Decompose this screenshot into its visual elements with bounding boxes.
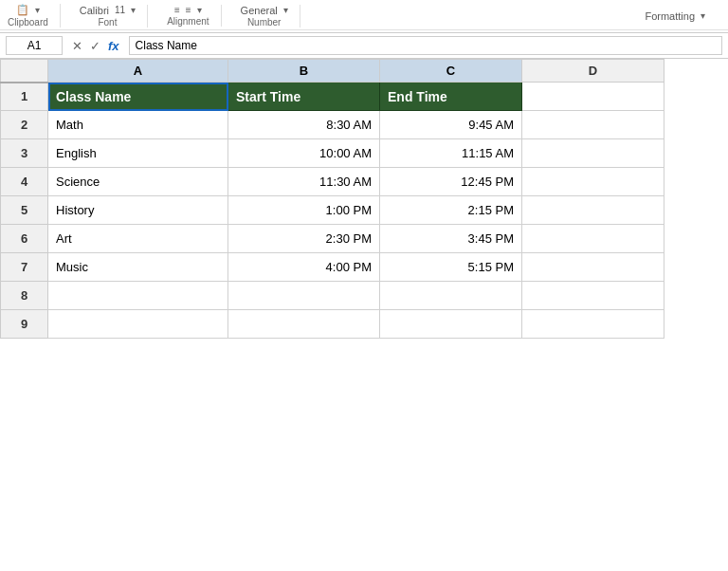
row-header-3[interactable]: 3 <box>1 139 48 168</box>
font-name[interactable]: Calibri <box>80 5 109 16</box>
number-content: General ▾ <box>241 5 288 16</box>
cell-B8[interactable] <box>228 282 380 310</box>
cell-D7[interactable] <box>522 253 664 282</box>
toolbar-area: 📋 ▾ Clipboard Calibri 11 ▾ Font ≡ ≡ ▾ Al… <box>0 0 728 33</box>
cell-D2[interactable] <box>522 111 664 139</box>
cell-A6[interactable]: Art <box>48 225 228 253</box>
cell-B2[interactable]: 8:30 AM <box>228 111 380 139</box>
row-header-2[interactable]: 2 <box>1 111 48 139</box>
number-label: Number <box>247 17 282 28</box>
table-row: 3 English 10:00 AM 11:15 AM <box>1 139 664 168</box>
cell-A4[interactable]: Science <box>48 168 228 196</box>
cell-A9[interactable] <box>48 310 228 339</box>
formula-input[interactable] <box>129 36 722 55</box>
spreadsheet-table: A B C D 1 Class Name Start Time End Time… <box>0 59 664 339</box>
cell-B6[interactable]: 2:30 PM <box>228 225 380 253</box>
cell-B5[interactable]: 1:00 PM <box>228 196 380 225</box>
cell-A3[interactable]: English <box>48 139 228 168</box>
clipboard-group: 📋 ▾ Clipboard <box>8 4 61 28</box>
table-row: 1 Class Name Start Time End Time <box>1 83 664 111</box>
cell-D3[interactable] <box>522 139 664 168</box>
col-header-A[interactable]: A <box>48 60 228 83</box>
align-left-icon[interactable]: ≡ <box>174 5 180 15</box>
cell-A1[interactable]: Class Name <box>48 83 228 111</box>
spreadsheet-container: A B C D 1 Class Name Start Time End Time… <box>0 59 728 339</box>
alignment-expand[interactable]: ▾ <box>197 5 202 15</box>
cell-A8[interactable] <box>48 282 228 310</box>
clipboard-icon: 📋 <box>16 4 29 16</box>
table-row: 7 Music 4:00 PM 5:15 PM <box>1 253 664 282</box>
clipboard-label: Clipboard <box>8 17 48 28</box>
column-header-row: A B C D <box>1 60 664 83</box>
row-header-1[interactable]: 1 <box>1 83 48 111</box>
font-group: Calibri 11 ▾ Font <box>80 5 148 28</box>
formatting-group: Formatting ▾ <box>645 10 717 22</box>
cell-B1[interactable]: Start Time <box>228 83 380 111</box>
row-header-8[interactable]: 8 <box>1 282 48 310</box>
formula-icons: ✕ ✓ fx <box>66 39 125 53</box>
alignment-label: Alignment <box>167 16 209 27</box>
cell-B4[interactable]: 11:30 AM <box>228 168 380 196</box>
cell-C8[interactable] <box>380 282 522 310</box>
cell-D6[interactable] <box>522 225 664 253</box>
table-row: 9 <box>1 310 664 339</box>
table-row: 4 Science 11:30 AM 12:45 PM <box>1 168 664 196</box>
align-center-icon[interactable]: ≡ <box>186 5 191 15</box>
table-row: 5 History 1:00 PM 2:15 PM <box>1 196 664 225</box>
col-header-D[interactable]: D <box>522 60 664 83</box>
font-content: Calibri 11 ▾ <box>80 5 136 16</box>
toolbar-row: 📋 ▾ Clipboard Calibri 11 ▾ Font ≡ ≡ ▾ Al… <box>0 2 728 30</box>
clipboard-expand[interactable]: ▾ <box>35 5 40 15</box>
table-row: 8 <box>1 282 664 310</box>
fx-icon[interactable]: fx <box>106 39 121 53</box>
font-size[interactable]: 11 <box>115 5 125 15</box>
table-row: 2 Math 8:30 AM 9:45 AM <box>1 111 664 139</box>
number-format[interactable]: General <box>241 5 278 16</box>
row-header-9[interactable]: 9 <box>1 310 48 339</box>
cell-C9[interactable] <box>380 310 522 339</box>
cell-reference-input[interactable] <box>6 36 63 55</box>
col-header-C[interactable]: C <box>380 60 522 83</box>
table-row: 6 Art 2:30 PM 3:45 PM <box>1 225 664 253</box>
cell-D8[interactable] <box>522 282 664 310</box>
formatting-label-text: Formatting <box>645 10 695 22</box>
cell-B9[interactable] <box>228 310 380 339</box>
alignment-group: ≡ ≡ ▾ Alignment <box>167 5 221 27</box>
alignment-content: ≡ ≡ ▾ <box>174 5 202 15</box>
row-header-7[interactable]: 7 <box>1 253 48 282</box>
formatting-content: Formatting ▾ <box>645 10 705 22</box>
cell-A7[interactable]: Music <box>48 253 228 282</box>
cell-C3[interactable]: 11:15 AM <box>380 139 522 168</box>
row-header-6[interactable]: 6 <box>1 225 48 253</box>
cell-C6[interactable]: 3:45 PM <box>380 225 522 253</box>
formula-bar: ✕ ✓ fx <box>0 33 728 59</box>
confirm-formula-icon[interactable]: ✓ <box>88 39 102 53</box>
corner-cell <box>1 60 48 83</box>
cell-D5[interactable] <box>522 196 664 225</box>
number-group: General ▾ Number <box>241 5 300 28</box>
cell-A2[interactable]: Math <box>48 111 228 139</box>
font-label: Font <box>98 17 117 28</box>
cancel-formula-icon[interactable]: ✕ <box>70 39 84 53</box>
cell-C4[interactable]: 12:45 PM <box>380 168 522 196</box>
cell-D9[interactable] <box>522 310 664 339</box>
cell-B7[interactable]: 4:00 PM <box>228 253 380 282</box>
cell-D4[interactable] <box>522 168 664 196</box>
cell-B3[interactable]: 10:00 AM <box>228 139 380 168</box>
row-header-5[interactable]: 5 <box>1 196 48 225</box>
cell-C2[interactable]: 9:45 AM <box>380 111 522 139</box>
cell-D1[interactable] <box>522 83 664 111</box>
font-expand[interactable]: ▾ <box>131 5 136 15</box>
cell-C7[interactable]: 5:15 PM <box>380 253 522 282</box>
col-header-B[interactable]: B <box>228 60 380 83</box>
cell-A5[interactable]: History <box>48 196 228 225</box>
number-expand[interactable]: ▾ <box>283 5 288 15</box>
cell-C1[interactable]: End Time <box>380 83 522 111</box>
clipboard-content: 📋 ▾ <box>16 4 40 16</box>
cell-C5[interactable]: 2:15 PM <box>380 196 522 225</box>
row-header-4[interactable]: 4 <box>1 168 48 196</box>
formatting-expand[interactable]: ▾ <box>701 10 705 21</box>
